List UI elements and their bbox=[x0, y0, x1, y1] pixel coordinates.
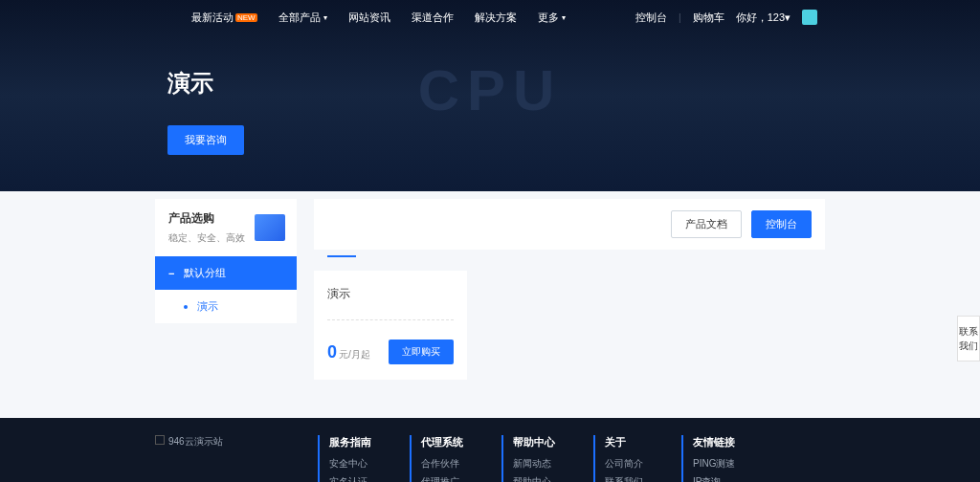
product-card: 演示 0元/月起 立即购买 bbox=[314, 271, 467, 380]
nav-solutions[interactable]: 解决方案 bbox=[475, 11, 517, 25]
nav-console[interactable]: 控制台 bbox=[635, 11, 667, 25]
footer-link[interactable]: 联系我们 bbox=[605, 475, 643, 482]
price-value: 0 bbox=[327, 342, 337, 362]
nav-cooperation[interactable]: 渠道合作 bbox=[412, 11, 454, 25]
chevron-down-icon: ▾ bbox=[323, 13, 327, 22]
footer-link[interactable]: PING测速 bbox=[693, 457, 735, 471]
footer-col-title: 帮助中心 bbox=[513, 435, 555, 449]
chevron-down-icon: ▾ bbox=[785, 11, 791, 24]
product-title: 演示 bbox=[327, 286, 454, 302]
nav-latest[interactable]: 最新活动NEW bbox=[191, 11, 257, 25]
footer-link[interactable]: IP查询 bbox=[693, 475, 735, 482]
divider-line bbox=[327, 319, 454, 320]
page-title: 演示 bbox=[167, 68, 837, 99]
new-badge: NEW bbox=[235, 13, 257, 22]
footer-col-title: 关于 bbox=[605, 435, 643, 449]
contact-float[interactable]: 联系我们 bbox=[957, 316, 980, 362]
minus-icon: − bbox=[168, 268, 174, 279]
top-nav: 最新活动NEW 全部产品▾ 网站资讯 渠道合作 解决方案 更多▾ 控制台 | 购… bbox=[0, 0, 980, 34]
footer-link[interactable]: 帮助中心 bbox=[513, 475, 555, 482]
content-toolbar: 产品文档 控制台 bbox=[314, 199, 825, 250]
nav-news[interactable]: 网站资讯 bbox=[348, 11, 390, 25]
sidebar-group[interactable]: −默认分组 bbox=[155, 256, 297, 290]
price-unit: 元/月起 bbox=[339, 349, 370, 360]
consult-button[interactable]: 我要咨询 bbox=[167, 125, 244, 155]
chevron-down-icon: ▾ bbox=[562, 13, 566, 22]
avatar[interactable] bbox=[802, 10, 817, 25]
console-button[interactable]: 控制台 bbox=[751, 210, 812, 238]
footer-col-title: 友情链接 bbox=[693, 435, 735, 449]
footer-link[interactable]: 公司简介 bbox=[605, 457, 643, 471]
footer-link[interactable]: 新闻动态 bbox=[513, 457, 555, 471]
footer-link[interactable]: 代理推广 bbox=[421, 475, 463, 482]
footer-col-title: 服务指南 bbox=[329, 435, 371, 449]
footer-logo: 946云演示站 bbox=[155, 435, 318, 482]
image-icon bbox=[155, 435, 165, 445]
footer-link[interactable]: 安全中心 bbox=[329, 457, 371, 471]
nav-products[interactable]: 全部产品▾ bbox=[278, 11, 327, 25]
nav-more[interactable]: 更多▾ bbox=[538, 11, 566, 25]
buy-button[interactable]: 立即购买 bbox=[389, 340, 454, 364]
nav-cart[interactable]: 购物车 bbox=[693, 11, 724, 25]
dot-icon bbox=[184, 305, 188, 309]
nav-user[interactable]: 你好，123▾ bbox=[736, 11, 791, 25]
footer-col: 服务指南安全中心实名认证 bbox=[318, 435, 371, 482]
footer-col-title: 代理系统 bbox=[421, 435, 463, 449]
footer-col: 帮助中心新闻动态帮助中心 bbox=[501, 435, 555, 482]
sidebar-card: 产品选购 稳定、安全、高效 bbox=[155, 199, 297, 256]
footer-link[interactable]: 合作伙伴 bbox=[421, 457, 463, 471]
sidebar-card-sub: 稳定、安全、高效 bbox=[168, 231, 245, 245]
divider: | bbox=[679, 12, 681, 23]
doc-button[interactable]: 产品文档 bbox=[671, 210, 742, 238]
footer-col: 关于公司简介联系我们 bbox=[593, 435, 643, 482]
tab-indicator bbox=[327, 255, 356, 257]
footer-col: 友情链接PING测速IP查询 bbox=[681, 435, 735, 482]
footer-link[interactable]: 实名认证 bbox=[329, 475, 371, 482]
sidebar-item-demo[interactable]: 演示 bbox=[155, 290, 297, 323]
cube-icon bbox=[255, 214, 285, 241]
footer-col: 代理系统合作伙伴代理推广 bbox=[410, 435, 463, 482]
sidebar-card-title: 产品选购 bbox=[168, 210, 245, 227]
